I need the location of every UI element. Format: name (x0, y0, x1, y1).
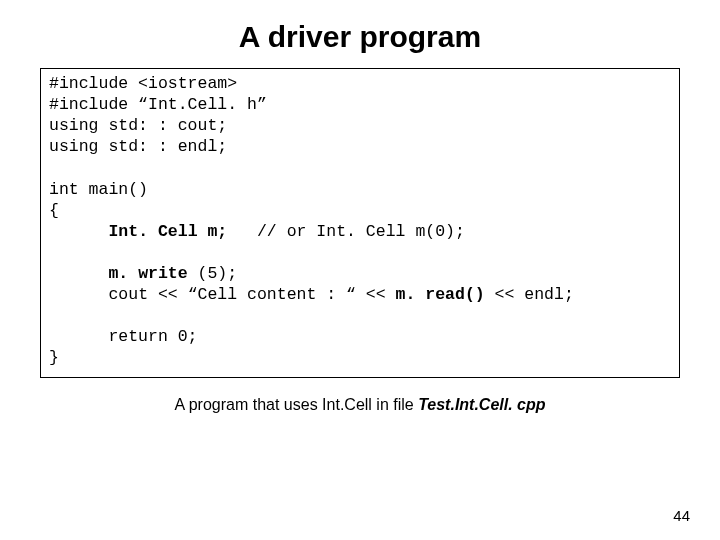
code-text: << endl; (485, 285, 574, 304)
page-number: 44 (673, 507, 690, 524)
code-line: { (49, 201, 59, 220)
code-bold: Int. Cell m; (108, 222, 227, 241)
caption-filename: Test.Int.Cell. cpp (418, 396, 545, 413)
caption-text: A program that uses Int.Cell in file (174, 396, 418, 413)
code-indent (49, 222, 108, 241)
code-line: using std: : cout; (49, 116, 227, 135)
code-line: #include “Int.Cell. h” (49, 95, 267, 114)
code-line: return 0; (49, 327, 198, 346)
code-indent (49, 285, 108, 304)
code-bold: m. write (108, 264, 197, 283)
code-line: using std: : endl; (49, 137, 227, 156)
code-box: #include <iostream> #include “Int.Cell. … (40, 68, 680, 378)
slide-title: A driver program (40, 20, 680, 54)
code-bold: m. read() (396, 285, 485, 304)
code-rest: // or Int. Cell m(0); (227, 222, 465, 241)
code-text: cout << “Cell content : “ << (108, 285, 395, 304)
code-line: int main() (49, 180, 148, 199)
code-line: #include <iostream> (49, 74, 237, 93)
caption: A program that uses Int.Cell in file Tes… (40, 396, 680, 414)
code-indent (49, 264, 108, 283)
code-line: } (49, 348, 59, 367)
code-rest: (5); (198, 264, 238, 283)
